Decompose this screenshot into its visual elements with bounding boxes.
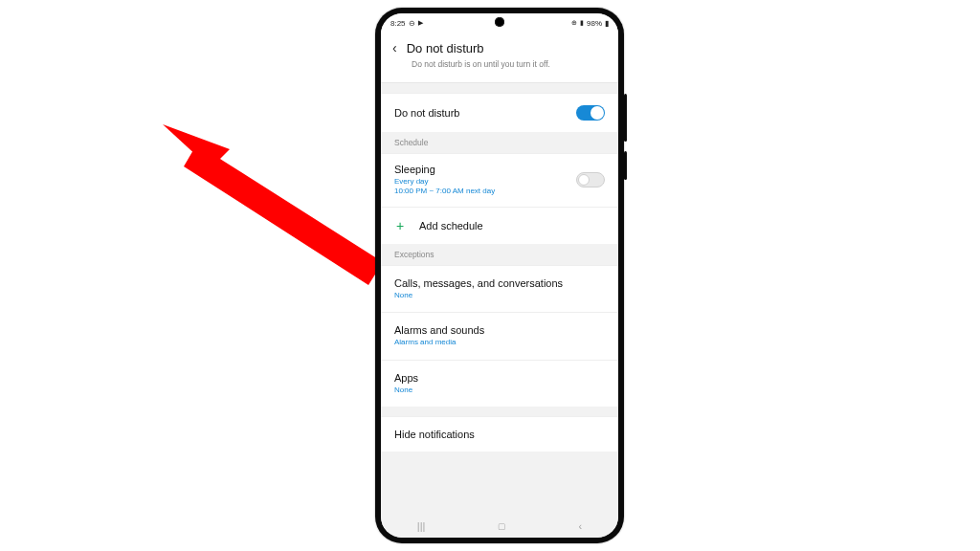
battery-text: 98% <box>587 19 602 28</box>
pointer-arrow <box>163 124 412 316</box>
add-schedule-row[interactable]: + Add schedule <box>381 207 618 244</box>
schedule-sleeping-label: Sleeping <box>394 164 576 175</box>
exceptions-apps-sub: None <box>394 386 605 395</box>
camera-hole-icon <box>495 17 504 27</box>
plus-icon: + <box>394 219 406 232</box>
page-title: Do not disturb <box>407 41 484 55</box>
exceptions-calls-label: Calls, messages, and conversations <box>394 277 605 289</box>
dnd-toggle-switch[interactable] <box>576 105 605 121</box>
back-nav-icon[interactable]: ‹ <box>579 520 583 532</box>
status-time: 8:25 <box>390 19 406 28</box>
exceptions-calls-sub: None <box>394 291 605 300</box>
section-exceptions: Exceptions <box>381 244 618 265</box>
home-icon[interactable]: ▢ <box>498 521 506 531</box>
video-status-icon: ▶ <box>418 19 423 27</box>
exceptions-apps-label: Apps <box>394 372 605 384</box>
hide-notifications-row[interactable]: Hide notifications <box>381 416 618 452</box>
page-subtitle: Do not disturb is on until you turn it o… <box>381 59 618 83</box>
back-icon[interactable]: ‹ <box>392 40 397 55</box>
exceptions-alarms-label: Alarms and sounds <box>394 324 605 336</box>
hide-notifications-label: Hide notifications <box>394 429 605 440</box>
spacer <box>381 407 618 416</box>
exceptions-alarms-row[interactable]: Alarms and sounds Alarms and media <box>381 312 618 359</box>
spacer <box>381 83 618 93</box>
exceptions-alarms-sub: Alarms and media <box>394 338 605 347</box>
svg-marker-3 <box>184 143 383 285</box>
add-schedule-label: Add schedule <box>419 220 483 231</box>
volume-button <box>624 94 627 142</box>
dnd-toggle-label: Do not disturb <box>394 107 576 119</box>
status-bar: 8:25 ⊖ ▶ ⊕ ▮ 98% ▮ <box>381 13 618 33</box>
wifi-icon: ⊕ <box>571 19 577 27</box>
bottom-fill <box>381 452 618 499</box>
signal-icon: ▮ <box>580 19 584 27</box>
power-button <box>624 151 627 180</box>
android-nav-bar: ||| ▢ ‹ <box>381 515 618 538</box>
schedule-sleeping-row[interactable]: Sleeping Every day 10:00 PM ~ 7:00 AM ne… <box>381 153 618 207</box>
dnd-status-icon: ⊖ <box>409 19 415 28</box>
section-schedule: Schedule <box>381 132 618 153</box>
dnd-toggle-row[interactable]: Do not disturb <box>381 93 618 132</box>
recents-icon[interactable]: ||| <box>417 520 426 532</box>
phone-frame: 8:25 ⊖ ▶ ⊕ ▮ 98% ▮ ‹ Do not disturb Do n… <box>375 8 624 543</box>
schedule-sleeping-toggle[interactable] <box>576 172 605 187</box>
exceptions-calls-row[interactable]: Calls, messages, and conversations None <box>381 265 618 312</box>
schedule-sleeping-days: Every day <box>394 177 576 187</box>
exceptions-apps-row[interactable]: Apps None <box>381 360 618 407</box>
page-header: ‹ Do not disturb <box>381 33 618 59</box>
schedule-sleeping-time: 10:00 PM ~ 7:00 AM next day <box>394 187 576 196</box>
battery-icon: ▮ <box>605 19 609 28</box>
